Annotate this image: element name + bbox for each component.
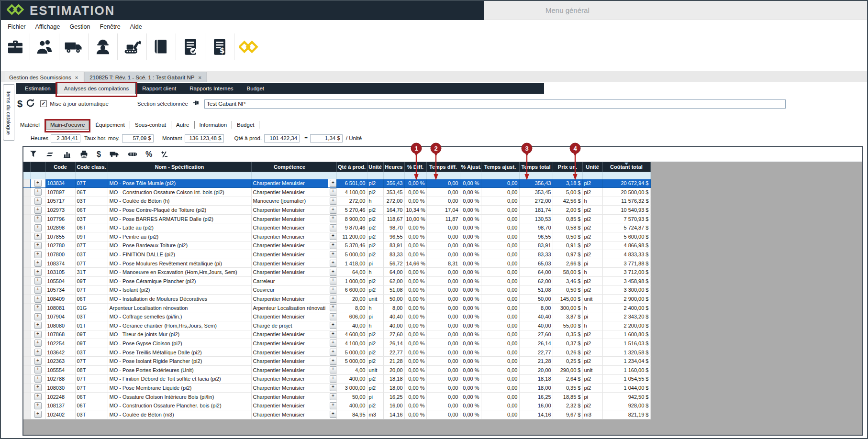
pin-icon[interactable] — [193, 99, 200, 108]
toolbox-icon[interactable] — [1, 33, 30, 60]
unit-price-field[interactable] — [310, 134, 343, 143]
expand-row-button[interactable]: + — [330, 260, 337, 267]
filter-cell-code_class[interactable] — [75, 172, 108, 179]
filter-cell-expand[interactable] — [30, 172, 45, 179]
filter-cell-qte_a_prod[interactable] — [336, 172, 367, 179]
filter-row[interactable] — [23, 172, 650, 179]
truck-icon[interactable] — [59, 33, 89, 60]
expand-row-button[interactable]: + — [34, 242, 42, 249]
filter-cell-prix_un[interactable] — [553, 172, 582, 179]
expand-row-button[interactable]: + — [34, 180, 42, 187]
expand-row-button[interactable]: + — [34, 296, 42, 303]
expand-row-button[interactable]: + — [34, 233, 42, 240]
menu-item-fichier[interactable]: Fichier — [3, 22, 31, 31]
expand-row-button[interactable]: + — [330, 286, 337, 294]
filter-cell-code[interactable] — [45, 172, 75, 179]
expand-row-button[interactable]: + — [34, 188, 42, 196]
filter-cell-temps_ajust[interactable] — [481, 172, 519, 179]
tab-analyses-des-compilations[interactable]: Analyses des compilations — [57, 83, 136, 94]
expand-row-button[interactable]: + — [330, 375, 337, 383]
expand-row-button[interactable]: + — [330, 296, 337, 303]
expand-row-button[interactable]: + — [34, 411, 42, 418]
table-row[interactable]: +10790403TMO - Coffrage semelles (pi/lin… — [23, 312, 650, 321]
expand-row-button[interactable]: + — [34, 260, 42, 267]
filter-cell-indicator[interactable] — [23, 172, 30, 179]
hours-field[interactable] — [51, 134, 80, 143]
filter-cell-nom[interactable] — [108, 172, 251, 179]
menu-item-fenetre[interactable]: Fenêtre — [95, 22, 125, 31]
close-icon[interactable]: × — [75, 75, 78, 80]
category-tab-autre[interactable]: Autre — [172, 120, 193, 130]
column-header-code_class[interactable]: Code class. — [75, 162, 108, 172]
expand-row-button[interactable]: + — [34, 313, 42, 320]
filter-cell-row_expand[interactable] — [328, 172, 336, 179]
selected-section-input[interactable] — [204, 99, 786, 109]
plus-minus-icon[interactable] — [160, 151, 168, 158]
category-tab-main-d-oeuvre[interactable]: Main-d'oeuvre — [46, 120, 89, 130]
bar-chart-icon[interactable] — [63, 151, 71, 158]
expand-row-button[interactable]: + — [330, 402, 337, 409]
filter-cell-temps_total[interactable] — [519, 172, 553, 179]
table-row[interactable]: +10310531TMO - Manoeuvre en Excavation (… — [23, 268, 650, 277]
expand-row-button[interactable]: + — [34, 402, 42, 409]
table-row[interactable]: +10780003TMO - FINITION DALLE (pi2)Charp… — [23, 250, 650, 259]
expand-row-button[interactable]: + — [34, 224, 42, 231]
table-row[interactable]: +10555408TMO - Pose Portes Extérieures (… — [23, 365, 650, 374]
filter-icon[interactable] — [29, 150, 38, 158]
expand-row-button[interactable]: + — [34, 349, 42, 356]
expand-row-button[interactable]: + — [330, 384, 337, 391]
column-header-heures[interactable]: Heures — [383, 162, 404, 172]
refresh-icon[interactable] — [25, 98, 35, 110]
expand-row-button[interactable]: + — [34, 277, 42, 285]
filter-cell-unite[interactable] — [367, 172, 383, 179]
expand-row-button[interactable]: + — [330, 188, 337, 196]
expand-row-button[interactable]: + — [34, 375, 42, 383]
filter-cell-unite2[interactable] — [582, 172, 602, 179]
expand-row-button[interactable]: + — [34, 251, 42, 258]
filter-cell-pct_diff[interactable] — [404, 172, 426, 179]
expand-row-button[interactable]: + — [330, 198, 337, 205]
table-row[interactable]: +10803007TMO - Pose Membrane Liquide (pi… — [23, 384, 650, 393]
expand-row-button[interactable]: + — [330, 207, 337, 214]
expand-row-button[interactable]: + — [330, 233, 337, 240]
expand-row-button[interactable]: + — [34, 393, 42, 400]
expand-row-button[interactable]: + — [34, 384, 42, 391]
filter-cell-temps_diff[interactable] — [426, 172, 460, 179]
expand-row-button[interactable]: + — [330, 224, 337, 231]
tab-rapport-client[interactable]: Rapport client — [135, 83, 183, 94]
expand-row-button[interactable]: + — [330, 411, 337, 418]
table-row[interactable]: +10225409TMO - Pose Gypse Cloison (pi2)C… — [23, 339, 650, 348]
filter-cell-competence[interactable] — [251, 172, 328, 179]
expand-row-button[interactable]: + — [34, 198, 42, 205]
close-icon[interactable]: × — [198, 75, 201, 80]
category-tab-information[interactable]: Information — [196, 120, 231, 130]
table-row[interactable]: +10236307TMO - Pose Isolant Rigide Planc… — [23, 357, 650, 366]
table-row[interactable]: +10779603TMO - Pose BARRES ARMATURE Dall… — [23, 214, 650, 223]
table-row[interactable]: +10789706TMO - Construction Ossature Coi… — [23, 188, 650, 197]
catalog-book-icon[interactable] — [147, 33, 176, 60]
tab-estimation[interactable]: Estimation — [18, 83, 57, 94]
expand-row-button[interactable]: + — [330, 242, 337, 249]
table-row[interactable]: +10837407TMO - Pose Moulures Revêtement … — [23, 259, 650, 268]
table-row[interactable]: +10224806TMO - Ossature Cloison Intérieu… — [23, 392, 650, 401]
category-tab-equipement[interactable]: Équipement — [91, 120, 128, 130]
document-check-icon[interactable] — [176, 33, 205, 60]
expand-row-button[interactable]: + — [330, 277, 337, 285]
filter-cell-pct_ajust[interactable] — [460, 172, 481, 179]
excavator-icon[interactable] — [118, 33, 147, 60]
column-header-row_expand[interactable] — [328, 162, 336, 172]
printer-icon[interactable] — [79, 150, 89, 158]
expand-row-button[interactable]: + — [330, 349, 337, 356]
table-row[interactable]: +10278807TMO - Finition Débord de Toit s… — [23, 374, 650, 384]
column-header-temps_ajust[interactable]: Temps ajust. — [481, 162, 519, 172]
expand-row-button[interactable]: + — [34, 269, 42, 276]
worker-icon[interactable] — [89, 33, 118, 60]
column-header-temps_diff[interactable]: Temps diff. — [426, 162, 460, 172]
dollar-small-icon[interactable]: $ — [97, 150, 101, 159]
table-row[interactable]: +10573407TMO - Isolant (pi2)Couvreur+6 6… — [23, 285, 650, 295]
table-row[interactable]: +10786809TMO - Tireur de joints Mur (pi2… — [23, 330, 650, 339]
filter-cell-heures[interactable] — [383, 172, 404, 179]
column-header-nom[interactable]: Nom - Spécification — [108, 162, 251, 172]
table-row[interactable]: +10808001TMO - Gérance chantier (Hom,Hrs… — [23, 321, 650, 330]
category-tab-budget[interactable]: Budget — [233, 120, 258, 130]
